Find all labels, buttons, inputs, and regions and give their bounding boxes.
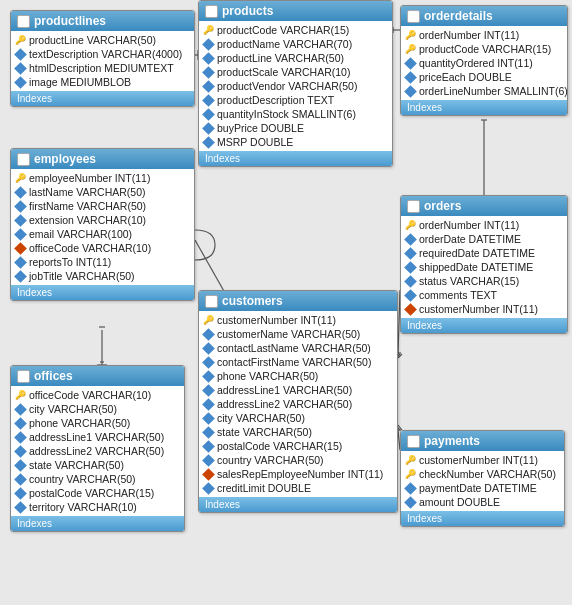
table-products: products 🔑productCode VARCHAR(15) produc… bbox=[198, 0, 393, 167]
table-products-header: products bbox=[199, 1, 392, 21]
table-orderdetails-body: 🔑orderNumber INT(11) 🔑productCode VARCHA… bbox=[401, 26, 567, 100]
field-row: 🔑customerNumber INT(11) bbox=[199, 313, 397, 327]
field-row: 🔑productLine VARCHAR(50) bbox=[11, 33, 194, 47]
field-icon bbox=[15, 271, 26, 282]
table-orderdetails-footer[interactable]: Indexes bbox=[401, 100, 567, 115]
field-row: 🔑customerNumber INT(11) bbox=[401, 453, 564, 467]
field-row: orderDate DATETIME bbox=[401, 232, 567, 246]
field-row: extension VARCHAR(10) bbox=[11, 213, 194, 227]
table-employees-footer[interactable]: Indexes bbox=[11, 285, 194, 300]
field-icon bbox=[203, 343, 214, 354]
field-row: phone VARCHAR(50) bbox=[199, 369, 397, 383]
table-customers-header: customers bbox=[199, 291, 397, 311]
field-row: 🔑employeeNumber INT(11) bbox=[11, 171, 194, 185]
field-row: postalCode VARCHAR(15) bbox=[199, 439, 397, 453]
field-icon bbox=[203, 427, 214, 438]
table-customers: customers 🔑customerNumber INT(11) custom… bbox=[198, 290, 398, 513]
field-icon bbox=[203, 39, 214, 50]
field-icon bbox=[203, 81, 214, 92]
field-icon bbox=[203, 137, 214, 148]
table-products-body: 🔑productCode VARCHAR(15) productName VAR… bbox=[199, 21, 392, 151]
field-icon bbox=[15, 215, 26, 226]
table-payments-footer[interactable]: Indexes bbox=[401, 511, 564, 526]
field-row: quantityInStock SMALLINT(6) bbox=[199, 107, 392, 121]
field-icon bbox=[405, 290, 416, 301]
table-icon bbox=[407, 10, 420, 23]
field-row: orderLineNumber SMALLINT(6) bbox=[401, 84, 567, 98]
field-row: quantityOrdered INT(11) bbox=[401, 56, 567, 70]
field-icon bbox=[405, 234, 416, 245]
field-row: textDescription VARCHAR(4000) bbox=[11, 47, 194, 61]
table-orders-title: orders bbox=[424, 199, 461, 213]
table-customers-body: 🔑customerNumber INT(11) customerName VAR… bbox=[199, 311, 397, 497]
field-icon bbox=[15, 488, 26, 499]
svg-line-16 bbox=[398, 354, 402, 358]
field-row: phone VARCHAR(50) bbox=[11, 416, 184, 430]
table-productlines-footer[interactable]: Indexes bbox=[11, 91, 194, 106]
field-icon bbox=[405, 483, 416, 494]
field-icon bbox=[203, 371, 214, 382]
field-row: 🔑productCode VARCHAR(15) bbox=[401, 42, 567, 56]
table-offices-title: offices bbox=[34, 369, 73, 383]
field-row: buyPrice DOUBLE bbox=[199, 121, 392, 135]
pk-icon: 🔑 bbox=[405, 220, 416, 231]
table-orders-footer[interactable]: Indexes bbox=[401, 318, 567, 333]
table-employees-header: employees bbox=[11, 149, 194, 169]
field-row: requiredDate DATETIME bbox=[401, 246, 567, 260]
field-icon bbox=[15, 187, 26, 198]
field-row: 🔑officeCode VARCHAR(10) bbox=[11, 388, 184, 402]
field-row: lastName VARCHAR(50) bbox=[11, 185, 194, 199]
field-row: addressLine1 VARCHAR(50) bbox=[11, 430, 184, 444]
table-productlines-title: productlines bbox=[34, 14, 106, 28]
field-icon bbox=[203, 399, 214, 410]
field-icon bbox=[203, 441, 214, 452]
field-icon bbox=[15, 201, 26, 212]
table-products-footer[interactable]: Indexes bbox=[199, 151, 392, 166]
pk-icon: 🔑 bbox=[15, 173, 26, 184]
field-row: addressLine2 VARCHAR(50) bbox=[199, 397, 397, 411]
field-row: contactFirstName VARCHAR(50) bbox=[199, 355, 397, 369]
table-products-title: products bbox=[222, 4, 273, 18]
table-orderdetails: orderdetails 🔑orderNumber INT(11) 🔑produ… bbox=[400, 5, 568, 116]
table-icon bbox=[407, 200, 420, 213]
field-icon bbox=[203, 455, 214, 466]
table-offices: offices 🔑officeCode VARCHAR(10) city VAR… bbox=[10, 365, 185, 532]
table-offices-footer[interactable]: Indexes bbox=[11, 516, 184, 531]
field-row: city VARCHAR(50) bbox=[11, 402, 184, 416]
field-row: customerName VARCHAR(50) bbox=[199, 327, 397, 341]
field-icon bbox=[15, 460, 26, 471]
field-row: htmlDescription MEDIUMTEXT bbox=[11, 61, 194, 75]
field-icon bbox=[405, 262, 416, 273]
field-row: productScale VARCHAR(10) bbox=[199, 65, 392, 79]
table-customers-footer[interactable]: Indexes bbox=[199, 497, 397, 512]
field-icon bbox=[15, 49, 26, 60]
field-icon bbox=[203, 329, 214, 340]
field-row: creditLimit DOUBLE bbox=[199, 481, 397, 495]
fk-icon bbox=[15, 243, 26, 254]
pk-icon: 🔑 bbox=[15, 390, 26, 401]
table-icon bbox=[407, 435, 420, 448]
pk-icon: 🔑 bbox=[405, 469, 416, 480]
field-row: salesRepEmployeeNumber INT(11) bbox=[199, 467, 397, 481]
field-row: productVendor VARCHAR(50) bbox=[199, 79, 392, 93]
field-icon bbox=[15, 257, 26, 268]
field-icon bbox=[15, 502, 26, 513]
table-orders: orders 🔑orderNumber INT(11) orderDate DA… bbox=[400, 195, 568, 334]
field-row: reportsTo INT(11) bbox=[11, 255, 194, 269]
field-icon bbox=[203, 67, 214, 78]
field-row: city VARCHAR(50) bbox=[199, 411, 397, 425]
field-icon bbox=[405, 497, 416, 508]
field-row: postalCode VARCHAR(15) bbox=[11, 486, 184, 500]
field-row: email VARCHAR(100) bbox=[11, 227, 194, 241]
table-productlines: productlines 🔑productLine VARCHAR(50) te… bbox=[10, 10, 195, 107]
field-row: officeCode VARCHAR(10) bbox=[11, 241, 194, 255]
field-row: state VARCHAR(50) bbox=[199, 425, 397, 439]
field-row: image MEDIUMBLOB bbox=[11, 75, 194, 89]
field-row: amount DOUBLE bbox=[401, 495, 564, 509]
field-row: country VARCHAR(50) bbox=[11, 472, 184, 486]
table-customers-title: customers bbox=[222, 294, 283, 308]
field-icon bbox=[203, 385, 214, 396]
field-row: territory VARCHAR(10) bbox=[11, 500, 184, 514]
field-row: productName VARCHAR(70) bbox=[199, 37, 392, 51]
table-orderdetails-header: orderdetails bbox=[401, 6, 567, 26]
